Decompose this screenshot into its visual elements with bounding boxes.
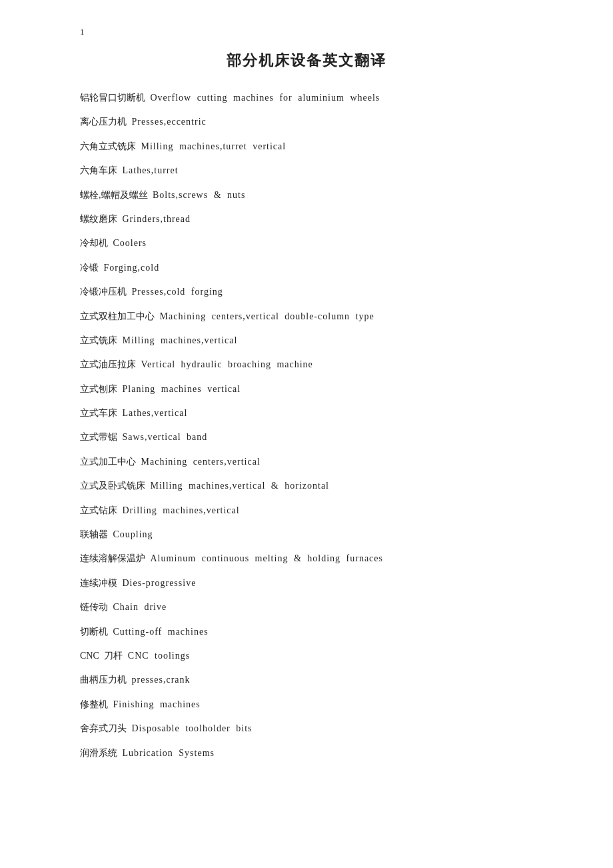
english-term: Forging,cold: [104, 263, 160, 273]
list-item: 立式带锯 Saws,vertical band: [80, 430, 533, 445]
english-term: Overflow cutting machines for aluminium …: [151, 93, 380, 103]
list-item: 立式刨床 Planing machines vertical: [80, 382, 533, 397]
list-item: 立式钻床 Drilling machines,vertical: [80, 503, 533, 518]
english-term: Finishing machines: [113, 699, 201, 709]
chinese-term: 连续溶解保温炉: [80, 553, 145, 563]
list-item: 立式及卧式铣床 Milling machines,vertical & hori…: [80, 479, 533, 493]
list-item: 联轴器 Coupling: [80, 527, 533, 542]
english-term: Chain drive: [113, 602, 167, 612]
english-term: Cutting-off machines: [113, 627, 209, 637]
chinese-term: 铝轮冒口切断机: [80, 93, 145, 103]
page-title: 部分机床设备英文翻译: [80, 51, 533, 71]
english-term: Presses,eccentric: [132, 117, 207, 127]
chinese-term: 螺栓,螺帽及螺丝: [80, 190, 148, 200]
list-item: 润滑系统 Lubrication Systems: [80, 746, 533, 761]
list-item: 舍弃式刀头 Disposable toolholder bits: [80, 721, 533, 736]
english-term: Milling machines,turret vertical: [141, 141, 287, 151]
list-item: 修整机 Finishing machines: [80, 697, 533, 712]
english-term: Machining centers,vertical: [141, 457, 261, 467]
chinese-term: 曲柄压力机: [80, 675, 127, 685]
chinese-term: 舍弃式刀头: [80, 723, 127, 733]
english-term: Coolers: [113, 238, 147, 248]
english-term: Drilling machines,vertical: [123, 505, 240, 515]
english-term: presses,crank: [132, 675, 191, 685]
chinese-term: 切断机: [80, 627, 108, 637]
english-term: Aluminum continuous melting & holding fu…: [151, 553, 383, 563]
chinese-term: 螺纹磨床: [80, 214, 117, 224]
list-item: 螺纹磨床 Grinders,thread: [80, 212, 533, 227]
english-term: Saws,vertical band: [123, 432, 208, 442]
chinese-term: 修整机: [80, 699, 108, 709]
chinese-term: 立式油压拉床: [80, 359, 136, 369]
chinese-term: 冷却机: [80, 238, 108, 248]
english-term: Machining centers,vertical double-column…: [160, 311, 374, 321]
chinese-term: CNC 刀杆: [80, 651, 123, 661]
english-term: Milling machines,vertical: [123, 335, 238, 345]
list-item: 切断机 Cutting-off machines: [80, 625, 533, 639]
list-item: 连续冲模 Dies-progressive: [80, 576, 533, 591]
english-term: CNC toolings: [128, 651, 190, 661]
list-item: 冷锻冲压机 Presses,cold forging: [80, 285, 533, 299]
list-item: 冷却机 Coolers: [80, 236, 533, 251]
list-item: 六角车床 Lathes,turret: [80, 163, 533, 178]
page-number: 1: [80, 27, 533, 37]
chinese-term: 六角车床: [80, 165, 117, 175]
list-item: 立式车床 Lathes,vertical: [80, 406, 533, 421]
list-item: 立式双柱加工中心 Machining centers,vertical doub…: [80, 309, 533, 324]
english-term: Grinders,thread: [123, 214, 191, 224]
list-item: 立式铣床 Milling machines,vertical: [80, 333, 533, 348]
list-item: 链传动 Chain drive: [80, 600, 533, 615]
entries-list: 铝轮冒口切断机 Overflow cutting machines for al…: [80, 91, 533, 761]
chinese-term: 立式双柱加工中心: [80, 311, 155, 321]
english-term: Presses,cold forging: [132, 287, 223, 297]
chinese-term: 链传动: [80, 602, 108, 612]
list-item: 铝轮冒口切断机 Overflow cutting machines for al…: [80, 91, 533, 105]
list-item: 曲柄压力机 presses,crank: [80, 673, 533, 687]
chinese-term: 立式加工中心: [80, 457, 136, 467]
chinese-term: 冷锻: [80, 263, 99, 273]
chinese-term: 立式及卧式铣床: [80, 481, 145, 491]
chinese-term: 润滑系统: [80, 748, 117, 758]
list-item: CNC 刀杆 CNC toolings: [80, 649, 533, 663]
english-term: Dies-progressive: [123, 578, 197, 588]
english-term: Lubrication Systems: [123, 748, 215, 758]
english-term: Milling machines,vertical & horizontal: [151, 481, 330, 491]
list-item: 连续溶解保温炉 Aluminum continuous melting & ho…: [80, 551, 533, 566]
chinese-term: 立式车床: [80, 408, 117, 418]
chinese-term: 立式铣床: [80, 335, 117, 345]
chinese-term: 立式钻床: [80, 505, 117, 515]
list-item: 螺栓,螺帽及螺丝 Bolts,screws & nuts: [80, 188, 533, 203]
english-term: Lathes,turret: [123, 165, 179, 175]
chinese-term: 连续冲模: [80, 578, 117, 588]
english-term: Vertical hydraulic broaching machine: [141, 359, 313, 369]
chinese-term: 立式刨床: [80, 384, 117, 394]
english-term: Planing machines vertical: [123, 384, 241, 394]
english-term: Disposable toolholder bits: [132, 723, 253, 733]
list-item: 六角立式铣床 Milling machines,turret vertical: [80, 139, 533, 154]
chinese-term: 联轴器: [80, 529, 108, 539]
list-item: 离心压力机 Presses,eccentric: [80, 115, 533, 129]
english-term: Bolts,screws & nuts: [153, 190, 245, 200]
list-item: 立式油压拉床 Vertical hydraulic broaching mach…: [80, 357, 533, 372]
chinese-term: 六角立式铣床: [80, 141, 136, 151]
chinese-term: 离心压力机: [80, 117, 127, 127]
english-term: Coupling: [113, 529, 153, 539]
chinese-term: 冷锻冲压机: [80, 287, 127, 297]
list-item: 立式加工中心 Machining centers,vertical: [80, 455, 533, 469]
english-term: Lathes,vertical: [123, 408, 188, 418]
list-item: 冷锻 Forging,cold: [80, 261, 533, 275]
chinese-term: 立式带锯: [80, 432, 117, 442]
